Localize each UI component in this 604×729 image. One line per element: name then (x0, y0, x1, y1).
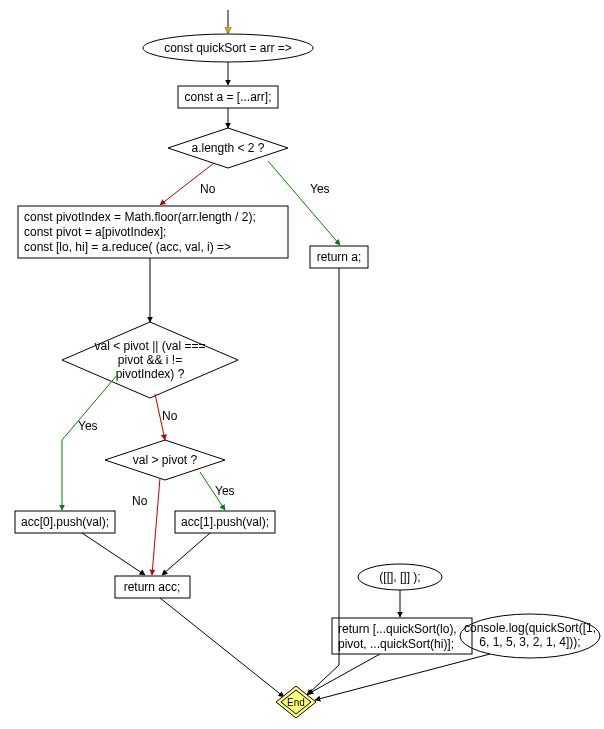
node-cond-hi-label: val > pivot ? (133, 453, 198, 467)
node-copyarr-label: const a = [...arr]; (184, 90, 271, 104)
node-init-tuple-label: ([[], []] ); (379, 570, 420, 584)
node-cond-lo-l2: pivot && i != (118, 353, 182, 367)
node-pivotblock-l1: const pivotIndex = Math.floor(arr.length… (24, 210, 256, 224)
node-cond-lo-l3: pivotIndex) ? (116, 367, 185, 381)
node-return-acc-label: return acc; (124, 580, 181, 594)
flowchart: const quickSort = arr => const a = [...a… (0, 0, 604, 729)
edge-condhi-no-label: No (132, 494, 148, 508)
node-push-lo-label: acc[0].push(val); (21, 515, 109, 529)
node-cond-lo-l1: val < pivot || (val === (95, 339, 206, 353)
edge-lencheck-no-label: No (200, 182, 216, 196)
node-return-rec-l2: pivot, ...quickSort(hi)]; (338, 637, 454, 651)
edge-pushlo-retacc (82, 533, 145, 575)
node-return-a-label: return a; (317, 250, 362, 264)
edge-pushhi-retacc (162, 533, 210, 575)
node-push-hi-label: acc[1].push(val); (181, 515, 269, 529)
edge-lencheck-yes-label: Yes (310, 182, 330, 196)
node-start-label: const quickSort = arr => (164, 41, 292, 55)
edge-condlo-yes (62, 374, 118, 510)
edge-consolelog-end (315, 654, 490, 700)
edge-retrec-end (308, 654, 380, 694)
node-pivotblock-l3: const [lo, hi] = a.reduce( (acc, val, i)… (24, 240, 231, 254)
edge-condhi-no (152, 478, 160, 575)
node-return-rec-l1: return [...quickSort(lo), (338, 622, 457, 636)
edge-lencheck-yes (268, 161, 340, 245)
edge-retacc-end (160, 598, 284, 697)
node-end-label: End (287, 697, 305, 708)
node-consolelog-l1: console.log(quickSort([1, (464, 621, 596, 635)
node-consolelog-l2: 6, 1, 5, 3, 2, 1, 4])); (479, 635, 580, 649)
edge-return-a-end (307, 268, 339, 695)
node-lencheck-label: a.length < 2 ? (191, 141, 264, 155)
edge-condlo-no-label: No (162, 409, 178, 423)
node-pivotblock-l2: const pivot = a[pivotIndex]; (24, 225, 166, 239)
edge-condhi-yes-label: Yes (215, 484, 235, 498)
edge-condlo-yes-label: Yes (78, 419, 98, 433)
